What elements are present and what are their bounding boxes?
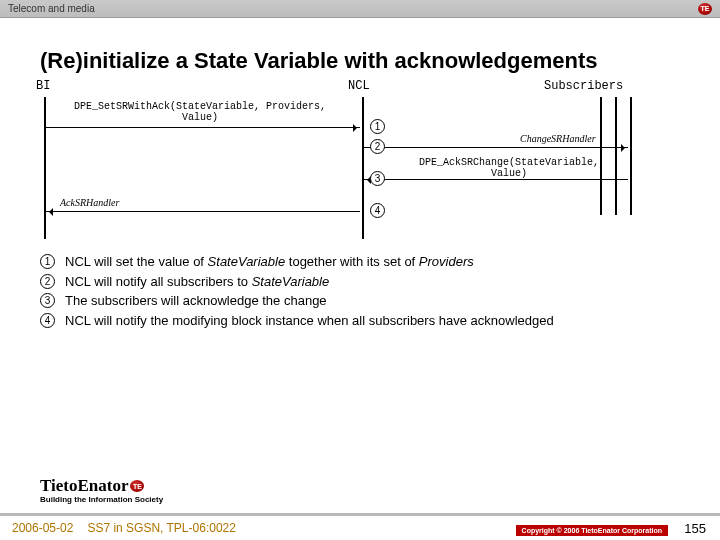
lifeline-ncl — [362, 97, 364, 239]
lifeline-subs-3 — [630, 97, 632, 215]
label-set-sr: DPE_SetSRWithAck(StateVariable, Provider… — [60, 101, 340, 123]
sequence-diagram: BI NCL Subscribers DPE_SetSRWithAck(Stat… — [40, 79, 680, 239]
page-number: 155 — [684, 521, 706, 536]
footer-copyright: Copyright © 2006 TietoEnator Corporation — [516, 525, 668, 536]
brand-name: TietoEnator — [40, 476, 128, 496]
label-ack-change: DPE_AckSRChange(StateVariable, Value) — [404, 157, 614, 179]
note-row-4: 4 NCL will notify the modifying block in… — [40, 312, 680, 330]
lifeline-bi — [44, 97, 46, 239]
brand-tagline: Building the Information Society — [40, 495, 163, 504]
label-ack-handler: AckSRHandler — [60, 197, 119, 208]
note-text-4: NCL will notify the modifying block inst… — [65, 312, 680, 330]
note-text-1: NCL will set the value of StateVariable … — [65, 253, 680, 271]
label-change-handler: ChangeSRHandler — [520, 133, 596, 144]
lifeline-subs-1 — [600, 97, 602, 215]
note-num-4: 4 — [40, 313, 55, 328]
actor-ncl: NCL — [348, 79, 370, 93]
actor-bi: BI — [36, 79, 52, 93]
note-text-2: NCL will notify all subscribers to State… — [65, 273, 680, 291]
step-marker-2: 2 — [370, 139, 385, 154]
arrow-ack-change — [364, 179, 628, 180]
brand-logo-icon: TE — [130, 480, 144, 492]
slide-content: (Re)initialize a State Variable with ack… — [0, 18, 720, 329]
note-text-3: The subscribers will acknowledge the cha… — [65, 292, 680, 310]
step-notes: 1 NCL will set the value of StateVariabl… — [40, 253, 680, 329]
footer-date: 2006-05-02 — [12, 521, 73, 535]
step-marker-4: 4 — [370, 203, 385, 218]
footer-doc: SS7 in SGSN, TPL-06:0022 — [87, 521, 236, 535]
step-marker-1: 1 — [370, 119, 385, 134]
arrow-change-handler — [364, 147, 628, 148]
step-marker-3: 3 — [370, 171, 385, 186]
topbar-category: Telecom and media — [8, 3, 95, 14]
brand-block: TietoEnator TE Building the Information … — [40, 476, 163, 504]
note-num-1: 1 — [40, 254, 55, 269]
top-bar: Telecom and media TE — [0, 0, 720, 18]
note-row-2: 2 NCL will notify all subscribers to Sta… — [40, 273, 680, 291]
note-row-3: 3 The subscribers will acknowledge the c… — [40, 292, 680, 310]
actor-subscribers: Subscribers — [544, 79, 604, 93]
note-num-2: 2 — [40, 274, 55, 289]
lifeline-subs-2 — [615, 97, 617, 215]
arrow-ack-handler — [46, 211, 360, 212]
note-row-1: 1 NCL will set the value of StateVariabl… — [40, 253, 680, 271]
logo-icon: TE — [698, 3, 712, 15]
arrow-set-sr — [46, 127, 360, 128]
page-title: (Re)initialize a State Variable with ack… — [40, 48, 680, 73]
note-num-3: 3 — [40, 293, 55, 308]
